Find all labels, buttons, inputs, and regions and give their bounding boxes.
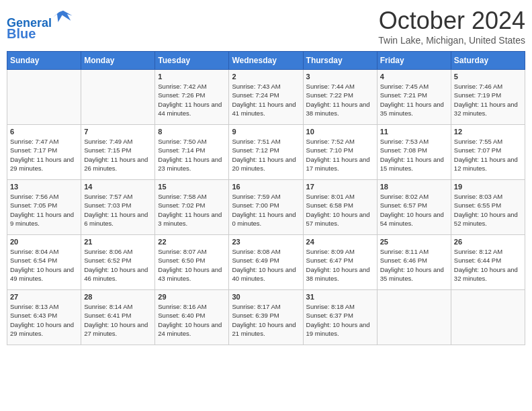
calendar-cell: 27Sunrise: 8:13 AMSunset: 6:43 PMDayligh…	[7, 290, 81, 345]
day-info: Sunrise: 7:53 AMSunset: 7:08 PMDaylight:…	[380, 137, 448, 173]
day-number: 14	[84, 183, 152, 191]
month-title: October 2024	[378, 7, 525, 35]
day-info: Sunrise: 8:11 AMSunset: 6:46 PMDaylight:…	[380, 247, 448, 283]
calendar-cell: 10Sunrise: 7:52 AMSunset: 7:10 PMDayligh…	[303, 125, 377, 180]
calendar-cell: 2Sunrise: 7:43 AMSunset: 7:24 PMDaylight…	[229, 70, 303, 125]
daylight-text: Daylight: 10 hours and 35 minutes.	[380, 265, 448, 283]
header-monday: Monday	[81, 52, 155, 70]
sunset-text: Sunset: 6:50 PM	[158, 256, 226, 265]
day-number: 31	[306, 293, 374, 301]
calendar-week-1: 1Sunrise: 7:42 AMSunset: 7:26 PMDaylight…	[7, 70, 525, 125]
daylight-text: Daylight: 11 hours and 23 minutes.	[158, 155, 226, 173]
day-info: Sunrise: 8:04 AMSunset: 6:54 PMDaylight:…	[10, 247, 78, 283]
day-info: Sunrise: 7:57 AMSunset: 7:03 PMDaylight:…	[84, 192, 152, 228]
sunrise-text: Sunrise: 8:03 AM	[454, 192, 522, 201]
title-block: October 2024 Twin Lake, Michigan, United…	[378, 7, 525, 46]
sunset-text: Sunset: 7:10 PM	[306, 146, 374, 154]
day-number: 4	[380, 73, 448, 81]
sunset-text: Sunset: 6:41 PM	[84, 311, 152, 320]
sunrise-text: Sunrise: 7:46 AM	[454, 82, 522, 91]
header-friday: Friday	[377, 52, 451, 70]
daylight-text: Daylight: 11 hours and 0 minutes.	[232, 210, 300, 228]
logo: General Blue	[7, 7, 73, 41]
day-number: 23	[232, 238, 300, 246]
calendar-week-5: 27Sunrise: 8:13 AMSunset: 6:43 PMDayligh…	[7, 290, 525, 345]
calendar-cell: 24Sunrise: 8:09 AMSunset: 6:47 PMDayligh…	[303, 235, 377, 290]
sunset-text: Sunset: 7:02 PM	[158, 201, 226, 210]
day-number: 22	[158, 238, 226, 246]
sunset-text: Sunset: 6:49 PM	[232, 256, 300, 265]
daylight-text: Daylight: 10 hours and 57 minutes.	[306, 210, 374, 228]
day-number: 12	[454, 128, 522, 136]
calendar-cell: 7Sunrise: 7:49 AMSunset: 7:15 PMDaylight…	[81, 125, 155, 180]
daylight-text: Daylight: 10 hours and 21 minutes.	[232, 320, 300, 338]
svg-marker-0	[53, 11, 73, 22]
sunset-text: Sunset: 6:46 PM	[380, 256, 448, 265]
sunset-text: Sunset: 7:12 PM	[232, 146, 300, 154]
day-info: Sunrise: 8:13 AMSunset: 6:43 PMDaylight:…	[10, 302, 78, 338]
sunrise-text: Sunrise: 8:08 AM	[232, 247, 300, 256]
daylight-text: Daylight: 11 hours and 9 minutes.	[10, 210, 78, 228]
day-info: Sunrise: 7:49 AMSunset: 7:15 PMDaylight:…	[84, 137, 152, 173]
sunrise-text: Sunrise: 7:49 AM	[84, 137, 152, 146]
calendar-cell: 12Sunrise: 7:55 AMSunset: 7:07 PMDayligh…	[451, 125, 525, 180]
day-number: 18	[380, 183, 448, 191]
sunrise-text: Sunrise: 8:09 AM	[306, 247, 374, 256]
daylight-text: Daylight: 11 hours and 15 minutes.	[380, 155, 448, 173]
location-subtitle: Twin Lake, Michigan, United States	[378, 35, 525, 46]
sunrise-text: Sunrise: 8:02 AM	[380, 192, 448, 201]
calendar-cell: 19Sunrise: 8:03 AMSunset: 6:55 PMDayligh…	[451, 180, 525, 235]
day-info: Sunrise: 8:01 AMSunset: 6:58 PMDaylight:…	[306, 192, 374, 228]
sunset-text: Sunset: 7:24 PM	[232, 91, 300, 99]
sunset-text: Sunset: 7:00 PM	[232, 201, 300, 210]
calendar-cell: 13Sunrise: 7:56 AMSunset: 7:05 PMDayligh…	[7, 180, 81, 235]
sunrise-text: Sunrise: 7:53 AM	[380, 137, 448, 146]
day-info: Sunrise: 8:06 AMSunset: 6:52 PMDaylight:…	[84, 247, 152, 283]
day-info: Sunrise: 7:50 AMSunset: 7:14 PMDaylight:…	[158, 137, 226, 173]
calendar-week-3: 13Sunrise: 7:56 AMSunset: 7:05 PMDayligh…	[7, 180, 525, 235]
header-sunday: Sunday	[7, 52, 81, 70]
calendar-cell: 15Sunrise: 7:58 AMSunset: 7:02 PMDayligh…	[155, 180, 229, 235]
daylight-text: Daylight: 11 hours and 35 minutes.	[380, 100, 448, 118]
day-info: Sunrise: 7:52 AMSunset: 7:10 PMDaylight:…	[306, 137, 374, 173]
day-info: Sunrise: 8:17 AMSunset: 6:39 PMDaylight:…	[232, 302, 300, 338]
sunset-text: Sunset: 7:14 PM	[158, 146, 226, 154]
day-info: Sunrise: 8:08 AMSunset: 6:49 PMDaylight:…	[232, 247, 300, 283]
sunrise-text: Sunrise: 8:07 AM	[158, 247, 226, 256]
day-info: Sunrise: 8:12 AMSunset: 6:44 PMDaylight:…	[454, 247, 522, 283]
day-number: 5	[454, 73, 522, 81]
day-info: Sunrise: 7:51 AMSunset: 7:12 PMDaylight:…	[232, 137, 300, 173]
sunrise-text: Sunrise: 7:45 AM	[380, 82, 448, 91]
calendar-cell	[451, 290, 525, 345]
sunrise-text: Sunrise: 7:52 AM	[306, 137, 374, 146]
calendar-week-4: 20Sunrise: 8:04 AMSunset: 6:54 PMDayligh…	[7, 235, 525, 290]
sunrise-text: Sunrise: 7:43 AM	[232, 82, 300, 91]
day-number: 11	[380, 128, 448, 136]
calendar-cell: 5Sunrise: 7:46 AMSunset: 7:19 PMDaylight…	[451, 70, 525, 125]
day-number: 15	[158, 183, 226, 191]
calendar-cell: 22Sunrise: 8:07 AMSunset: 6:50 PMDayligh…	[155, 235, 229, 290]
day-info: Sunrise: 8:16 AMSunset: 6:40 PMDaylight:…	[158, 302, 226, 338]
day-info: Sunrise: 8:02 AMSunset: 6:57 PMDaylight:…	[380, 192, 448, 228]
day-number: 19	[454, 183, 522, 191]
day-number: 10	[306, 128, 374, 136]
calendar-cell: 14Sunrise: 7:57 AMSunset: 7:03 PMDayligh…	[81, 180, 155, 235]
daylight-text: Daylight: 11 hours and 20 minutes.	[232, 155, 300, 173]
header-thursday: Thursday	[303, 52, 377, 70]
calendar-cell: 6Sunrise: 7:47 AMSunset: 7:17 PMDaylight…	[7, 125, 81, 180]
sunrise-text: Sunrise: 8:04 AM	[10, 247, 78, 256]
sunrise-text: Sunrise: 7:50 AM	[158, 137, 226, 146]
calendar-cell: 17Sunrise: 8:01 AMSunset: 6:58 PMDayligh…	[303, 180, 377, 235]
day-info: Sunrise: 7:55 AMSunset: 7:07 PMDaylight:…	[454, 137, 522, 173]
daylight-text: Daylight: 10 hours and 49 minutes.	[10, 265, 78, 283]
header-tuesday: Tuesday	[155, 52, 229, 70]
sunrise-text: Sunrise: 7:56 AM	[10, 192, 78, 201]
sunrise-text: Sunrise: 8:16 AM	[158, 302, 226, 311]
sunrise-text: Sunrise: 8:01 AM	[306, 192, 374, 201]
sunrise-text: Sunrise: 7:42 AM	[158, 82, 226, 91]
day-info: Sunrise: 7:56 AMSunset: 7:05 PMDaylight:…	[10, 192, 78, 228]
sunset-text: Sunset: 7:17 PM	[10, 146, 78, 154]
calendar-cell: 26Sunrise: 8:12 AMSunset: 6:44 PMDayligh…	[451, 235, 525, 290]
calendar-cell: 4Sunrise: 7:45 AMSunset: 7:21 PMDaylight…	[377, 70, 451, 125]
calendar-cell: 28Sunrise: 8:14 AMSunset: 6:41 PMDayligh…	[81, 290, 155, 345]
